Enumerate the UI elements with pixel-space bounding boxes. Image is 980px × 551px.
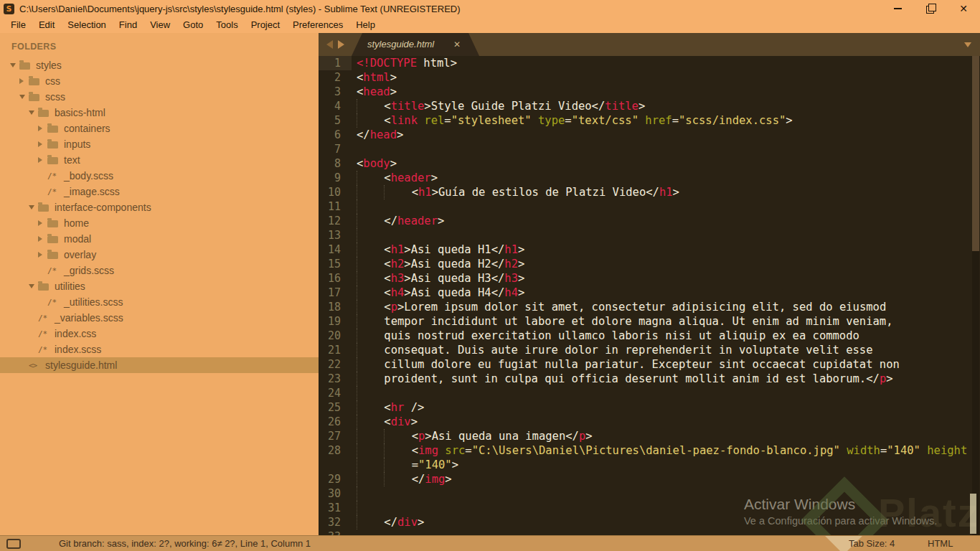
tab-close-icon[interactable]: ✕ bbox=[453, 33, 461, 56]
expand-arrow-icon[interactable] bbox=[29, 284, 34, 288]
restore-button[interactable] bbox=[914, 0, 947, 17]
tree-item-modal[interactable]: modal bbox=[0, 231, 319, 247]
menu-item-selection[interactable]: Selection bbox=[61, 17, 112, 33]
code-line-content[interactable]: <h1>Asi queda H1</h1> bbox=[357, 242, 524, 257]
tree-item-overlay[interactable]: overlay bbox=[0, 247, 319, 263]
code-line-content[interactable]: quis nostrud exercitation ullamco labori… bbox=[357, 329, 859, 343]
next-tab-arrow-icon[interactable] bbox=[338, 40, 344, 49]
code-token-plain: > bbox=[518, 258, 524, 270]
code-line-content[interactable]: <hr /> bbox=[357, 400, 424, 415]
code-line-content[interactable]: <header> bbox=[357, 171, 438, 185]
expand-arrow-icon[interactable] bbox=[38, 126, 42, 131]
scrollbar-thumb[interactable] bbox=[972, 56, 979, 251]
prev-tab-arrow-icon[interactable] bbox=[326, 40, 333, 49]
minimize-button[interactable] bbox=[881, 0, 914, 17]
tab-overflow-icon[interactable] bbox=[964, 42, 971, 47]
code-line-content[interactable]: </div> bbox=[357, 515, 424, 529]
expand-arrow-icon[interactable] bbox=[10, 63, 16, 67]
tree-item-utilities-scss[interactable]: _utilities.scss bbox=[0, 294, 319, 310]
code-token-plain: = bbox=[412, 458, 418, 471]
tree-item-utilities[interactable]: utilities bbox=[0, 278, 319, 294]
tree-item-variables-scss[interactable]: _variables.scss bbox=[0, 310, 319, 326]
code-line-content[interactable]: <h1>Guía de estilos de Platzi Video</h1> bbox=[357, 185, 679, 199]
indent-guide bbox=[357, 242, 384, 257]
menu-item-file[interactable]: File bbox=[4, 17, 32, 33]
code-line-content[interactable]: <p>Lorem ipsum dolor sit amet, consectet… bbox=[357, 300, 886, 314]
tab-size-indicator[interactable]: Tab Size: 4 bbox=[849, 536, 895, 551]
line-number: 32 bbox=[319, 515, 352, 529]
code-token-plain: < bbox=[384, 114, 390, 127]
tree-item-containers[interactable]: containers bbox=[0, 121, 319, 136]
tree-item-stylesguide-html[interactable]: stylesguide.html bbox=[0, 357, 319, 373]
code-line-content[interactable]: consequat. Duis aute irure dolor in repr… bbox=[357, 343, 873, 357]
tree-item-index-css[interactable]: index.css bbox=[0, 326, 319, 342]
tree-item-basics-html[interactable]: basics-html bbox=[0, 105, 319, 121]
code-line-content[interactable]: cillum dolore eu fugiat nulla pariatur. … bbox=[357, 357, 900, 372]
menu-item-preferences[interactable]: Preferences bbox=[286, 17, 349, 33]
code-line-content[interactable]: <title>Style Guide Platzi Video</title> bbox=[357, 99, 645, 113]
menu-item-view[interactable]: View bbox=[143, 17, 176, 33]
code-line: 2<html> bbox=[319, 70, 980, 85]
code-line-content[interactable] bbox=[357, 501, 384, 515]
tree-item-grids-scss[interactable]: _grids.scss bbox=[0, 263, 319, 278]
code-token-plain: > bbox=[390, 71, 397, 84]
code-line-content[interactable]: <html> bbox=[357, 70, 397, 85]
tree-item-scss[interactable]: scss bbox=[0, 89, 319, 105]
menu-item-find[interactable]: Find bbox=[113, 17, 143, 33]
menu-item-help[interactable]: Help bbox=[349, 17, 382, 33]
menu-item-edit[interactable]: Edit bbox=[32, 17, 61, 33]
expand-arrow-icon[interactable] bbox=[29, 205, 34, 209]
code-line-content[interactable] bbox=[357, 386, 384, 400]
tree-item-body-scss[interactable]: _body.scss bbox=[0, 168, 319, 184]
tree-item-inputs[interactable]: inputs bbox=[0, 136, 319, 152]
menu-item-project[interactable]: Project bbox=[245, 17, 286, 33]
code-line-content[interactable]: <body> bbox=[357, 156, 397, 171]
code-line-content[interactable]: <!DOCTYPE html> bbox=[357, 56, 457, 70]
menu-item-tools[interactable]: Tools bbox=[209, 17, 244, 33]
expand-arrow-icon[interactable] bbox=[38, 252, 42, 258]
code-line-content[interactable]: <h4>Asi queda H4</h4> bbox=[357, 286, 524, 300]
code-token-plain bbox=[639, 114, 645, 127]
code-line-content[interactable]: <link rel="stylesheet" type="text/css" h… bbox=[357, 113, 793, 128]
code-line-content[interactable]: <div> bbox=[357, 415, 418, 429]
code-line: 1<!DOCTYPE html> bbox=[319, 56, 980, 70]
vertical-scrollbar[interactable] bbox=[972, 56, 979, 535]
code-line-content[interactable] bbox=[357, 228, 384, 242]
code-line-content[interactable]: <head> bbox=[357, 85, 397, 99]
expand-arrow-icon[interactable] bbox=[38, 141, 42, 147]
tree-item-styles[interactable]: styles bbox=[0, 57, 319, 73]
menu-item-goto[interactable]: Goto bbox=[176, 17, 209, 33]
close-button[interactable]: ✕ bbox=[947, 0, 980, 17]
code-line-content[interactable]: </head> bbox=[357, 128, 403, 142]
tree-item-home[interactable]: home bbox=[0, 215, 319, 231]
tree-item-image-scss[interactable]: _image.scss bbox=[0, 184, 319, 199]
tree-item-label: inputs bbox=[64, 138, 90, 150]
code-line-content[interactable]: <p>Asi queda una imagen</p> bbox=[357, 429, 593, 443]
code-line-content[interactable]: tempor incididunt ut labore et dolore ma… bbox=[357, 314, 893, 329]
tree-item-css[interactable]: css bbox=[0, 73, 319, 89]
syntax-indicator[interactable]: HTML bbox=[928, 536, 953, 551]
expand-arrow-icon[interactable] bbox=[38, 157, 42, 163]
tree-item-index-scss[interactable]: index.scss bbox=[0, 342, 319, 357]
expand-arrow-icon[interactable] bbox=[38, 236, 42, 242]
scss-file-icon bbox=[47, 171, 60, 181]
code-line: 6</head> bbox=[319, 128, 980, 142]
code-line-content[interactable]: <h2>Asi queda H2</h2> bbox=[357, 257, 524, 271]
code-line-content[interactable]: ="140"> bbox=[357, 458, 458, 472]
expand-arrow-icon[interactable] bbox=[19, 78, 24, 84]
code-editor[interactable]: 1<!DOCTYPE html>2<html>3<head>4<title>St… bbox=[319, 56, 980, 535]
tree-item-interface-components[interactable]: interface-components bbox=[0, 199, 319, 215]
code-line-content[interactable]: <img src="C:\Users\Daniel\Pictures\danie… bbox=[357, 443, 967, 458]
code-line-content[interactable]: </img> bbox=[357, 472, 452, 486]
code-line-content[interactable] bbox=[357, 199, 384, 214]
expand-arrow-icon[interactable] bbox=[38, 220, 42, 226]
code-token-tag: h4 bbox=[504, 286, 518, 299]
tree-item-text[interactable]: text bbox=[0, 152, 319, 168]
code-line-content[interactable]: proident, sunt in culpa qui officia dese… bbox=[357, 372, 893, 386]
expand-arrow-icon[interactable] bbox=[19, 95, 25, 99]
code-line-content[interactable]: <h3>Asi queda H3</h3> bbox=[357, 271, 524, 286]
code-line-content[interactable] bbox=[357, 486, 384, 501]
tab-stylesguide-html[interactable]: stylesguide.html ✕ bbox=[352, 33, 479, 56]
expand-arrow-icon[interactable] bbox=[29, 110, 34, 115]
code-line-content[interactable]: </header> bbox=[357, 214, 444, 228]
